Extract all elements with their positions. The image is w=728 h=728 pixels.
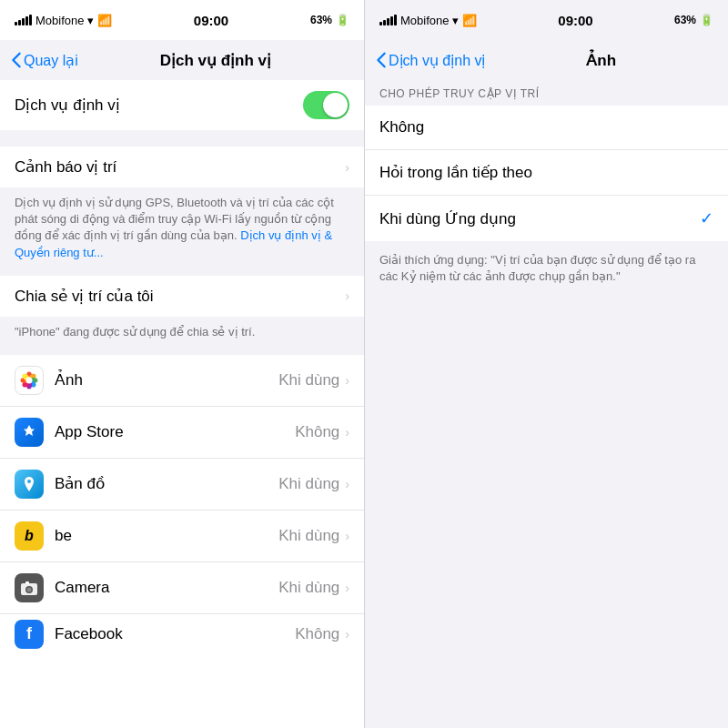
app-item-camera[interactable]: Camera Khi dùng ›	[0, 562, 364, 614]
location-warning-chevron: ›	[345, 160, 349, 175]
option-hoi[interactable]: Hỏi trong lần tiếp theo	[365, 150, 728, 196]
share-location-item[interactable]: Chia sẻ vị trí của tôi ›	[0, 276, 364, 317]
location-services-toggle-row[interactable]: Dịch vụ định vị	[0, 80, 364, 130]
be-app-icon: b	[15, 521, 44, 551]
photos-chevron: ›	[345, 373, 349, 388]
maps-label: Bản đồ	[55, 474, 278, 493]
photos-value: Khi dùng	[278, 371, 339, 389]
right-signal-bars	[379, 15, 397, 25]
signal-bars	[15, 15, 32, 25]
app-item-appstore[interactable]: App Store Không ›	[0, 407, 364, 459]
left-panel: Mobifone ▾ 📶 09:00 63% 🔋 Quay lại Dịch v…	[0, 0, 364, 728]
share-location-chevron: ›	[345, 288, 349, 303]
be-label: be	[55, 527, 278, 545]
facebook-value: Không	[295, 625, 339, 643]
right-right-icons: 63% 🔋	[674, 14, 713, 26]
facebook-chevron: ›	[345, 627, 349, 642]
app-item-maps[interactable]: Bản đồ Khi dùng ›	[0, 459, 364, 511]
appstore-app-icon	[15, 418, 44, 447]
facebook-app-icon: f	[15, 620, 44, 649]
app-item-photos[interactable]: Ảnh Khi dùng ›	[0, 355, 364, 407]
facebook-label: Facebook	[55, 625, 295, 643]
location-info-text: Dịch vụ định vị sử dụng GPS, Bluetooth v…	[0, 187, 364, 276]
share-info-text: "iPhone" đang được sử dụng để chia sẻ vị…	[0, 317, 364, 355]
right-nav-bar: Dịch vụ định vị Ảnh	[365, 40, 728, 80]
right-battery-icon: 🔋	[700, 14, 713, 26]
option-khi-dung-label: Khi dùng Ứng dụng	[379, 209, 700, 228]
share-location-label: Chia sẻ vị trí của tôi	[15, 287, 345, 306]
app-item-facebook[interactable]: f Facebook Không ›	[0, 614, 364, 654]
selected-checkmark: ✓	[700, 208, 713, 228]
maps-chevron: ›	[345, 477, 349, 491]
left-nav-title: Dịch vụ định vị	[78, 51, 353, 70]
right-carrier-name: Mobifone	[400, 14, 449, 27]
location-services-label: Dịch vụ định vị	[15, 96, 303, 115]
left-nav-bar: Quay lại Dịch vụ định vị	[0, 40, 364, 80]
left-right-icons: 63% 🔋	[310, 14, 349, 26]
left-time: 09:00	[194, 13, 228, 28]
app-description: Giải thích ứng dụng: "Vị trí của bạn đượ…	[365, 241, 728, 296]
appstore-label: App Store	[55, 423, 295, 441]
right-carrier: Mobifone ▾ 📶	[379, 14, 477, 27]
left-back-button[interactable]: Quay lại	[11, 52, 78, 69]
right-battery-percent: 63%	[674, 14, 696, 26]
camera-app-icon	[15, 573, 44, 602]
left-carrier-name: Mobifone	[35, 14, 84, 27]
maps-value: Khi dùng	[278, 475, 339, 493]
location-warning-item[interactable]: Cảnh báo vị trí ›	[0, 147, 364, 187]
location-options-list: Không Hỏi trong lần tiếp theo Khi dùng Ứ…	[365, 106, 728, 241]
be-chevron: ›	[345, 529, 349, 543]
appstore-value: Không	[295, 423, 339, 441]
option-hoi-label: Hỏi trong lần tiếp theo	[379, 163, 713, 182]
be-value: Khi dùng	[278, 527, 339, 545]
right-back-button[interactable]: Dịch vụ định vị	[376, 52, 485, 69]
right-time: 09:00	[558, 13, 592, 28]
camera-chevron: ›	[345, 581, 349, 595]
option-khi-dung[interactable]: Khi dùng Ứng dụng ✓	[365, 196, 728, 241]
wifi-icon: ▾ 📶	[87, 14, 112, 27]
option-khong[interactable]: Không	[365, 106, 728, 150]
camera-label: Camera	[55, 579, 278, 597]
app-item-be[interactable]: b be Khi dùng ›	[0, 511, 364, 562]
location-services-toggle[interactable]	[303, 91, 349, 119]
photos-label: Ảnh	[55, 370, 278, 389]
location-access-section-header: CHO PHÉP TRUY CẬP VỊ TRÍ	[365, 80, 728, 106]
svg-rect-13	[25, 581, 29, 584]
right-wifi-icon: ▾ 📶	[452, 14, 477, 27]
appstore-chevron: ›	[345, 425, 349, 440]
camera-value: Khi dùng	[278, 579, 339, 597]
svg-point-9	[26, 377, 33, 383]
right-panel: Mobifone ▾ 📶 09:00 63% 🔋 Dịch vụ định vị…	[364, 0, 728, 728]
left-battery-percent: 63%	[310, 14, 332, 26]
photos-app-icon	[15, 366, 44, 395]
svg-point-12	[27, 587, 32, 592]
option-khong-label: Không	[379, 118, 713, 136]
location-warning-label: Cảnh báo vị trí	[15, 157, 345, 177]
right-nav-title: Ảnh	[485, 51, 717, 70]
right-status-bar: Mobifone ▾ 📶 09:00 63% 🔋	[365, 0, 728, 40]
maps-app-icon	[15, 470, 44, 499]
battery-icon: 🔋	[336, 14, 349, 26]
left-status-bar: Mobifone ▾ 📶 09:00 63% 🔋	[0, 0, 364, 40]
left-carrier: Mobifone ▾ 📶	[15, 14, 112, 27]
